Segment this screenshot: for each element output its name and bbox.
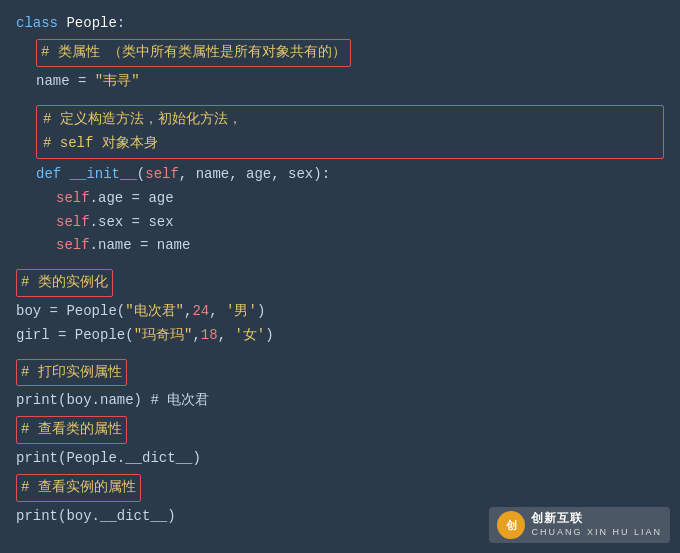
comment-instance-dict-box: # 查看实例的属性 [16,474,664,502]
watermark-subtitle: CHUANG XIN HU LIAN [531,527,662,539]
comment-instance-dict-text: # 查看实例的属性 [16,474,141,502]
code-block: class People: # 类属性 （类中所有类属性是所有对象共有的） na… [0,0,680,540]
keyword-class: class [16,12,66,36]
line-self-age: self.age = age [16,187,664,211]
line-girl: girl = People("玛奇玛",18, '女') [16,324,664,348]
comment-init-line2: # self 对象本身 [43,132,657,156]
watermark: 创 创新互联 CHUANG XIN HU LIAN [489,507,670,543]
comment-print-attr-text: # 打印实例属性 [16,359,127,387]
watermark-logo: 创 [497,511,525,539]
line-class: class People: [16,12,664,36]
spacer-3 [16,348,664,356]
watermark-title: 创新互联 [531,511,662,527]
comment-instantiate-text: # 类的实例化 [16,269,113,297]
comment-print-attr-box: # 打印实例属性 [16,359,664,387]
line-name: name = "韦寻" [16,70,664,94]
comment-class-dict-box: # 查看类的属性 [16,416,664,444]
line-print-people-dict: print(People.__dict__) [16,447,664,471]
class-name: People [66,12,116,36]
line-self-sex: self.sex = sex [16,211,664,235]
comment-init-line1: # 定义构造方法，初始化方法， [43,108,657,132]
spacer-2 [16,258,664,266]
comment-class-dict-text: # 查看类的属性 [16,416,127,444]
line-def-init: def __init__(self, name, age, sex): [16,163,664,187]
line-self-name: self.name = name [16,234,664,258]
line-print-boy-name: print(boy.name) # 电次君 [16,389,664,413]
watermark-text: 创新互联 CHUANG XIN HU LIAN [531,511,662,538]
comment-class-attr-text: # 类属性 （类中所有类属性是所有对象共有的） [36,39,351,67]
comment-class-attr-box: # 类属性 （类中所有类属性是所有对象共有的） [36,39,664,67]
comment-init-box: # 定义构造方法，初始化方法， # self 对象本身 [36,105,664,159]
comment-instantiate-box: # 类的实例化 [16,269,664,297]
line-boy: boy = People("电次君",24, '男') [16,300,664,324]
spacer-1 [16,93,664,101]
